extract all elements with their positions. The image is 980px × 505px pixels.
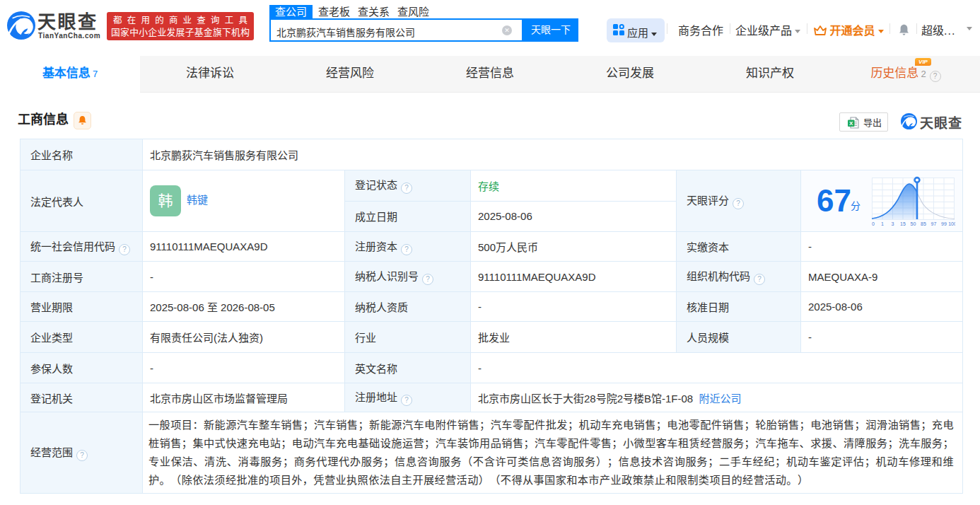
svg-text:85: 85 bbox=[921, 221, 926, 226]
svg-text:99: 99 bbox=[941, 221, 947, 226]
svg-text:15: 15 bbox=[900, 221, 906, 226]
svg-text:0: 0 bbox=[872, 221, 875, 226]
svg-text:50: 50 bbox=[911, 221, 916, 226]
svg-text:1: 1 bbox=[881, 221, 884, 226]
svg-text:3: 3 bbox=[892, 221, 894, 226]
svg-text:X: X bbox=[849, 120, 853, 127]
svg-text:100: 100 bbox=[948, 221, 955, 226]
svg-text:97: 97 bbox=[931, 221, 937, 226]
